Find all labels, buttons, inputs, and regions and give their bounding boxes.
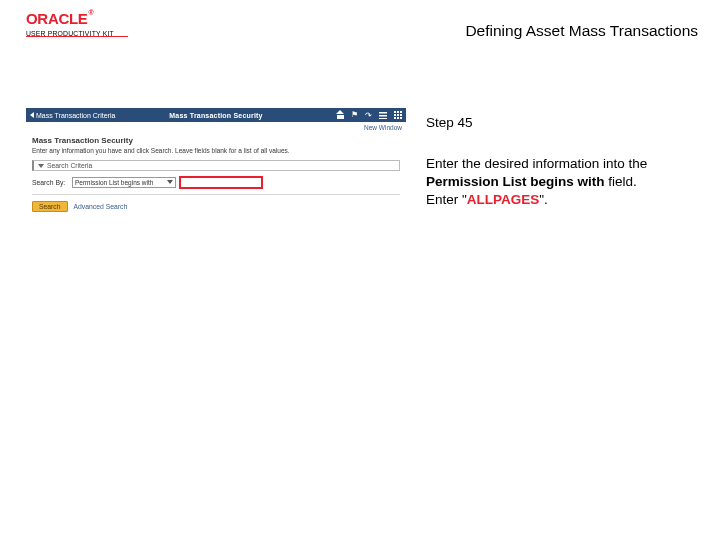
chevron-down-icon	[38, 164, 44, 168]
step-label: Step 45	[426, 115, 473, 130]
oracle-logo: ORACLE® USER PRODUCTIVITY KIT	[26, 10, 114, 37]
logo-divider	[26, 36, 128, 37]
home-icon[interactable]	[337, 112, 344, 119]
arrow-icon[interactable]: ↷	[365, 111, 372, 120]
instruction-text: Enter the desired information into the P…	[426, 155, 700, 210]
app-header: Mass Transaction Criteria Mass Transacti…	[26, 108, 406, 122]
entry-value: ALLPAGES	[467, 192, 540, 207]
chevron-left-icon	[30, 112, 34, 118]
advanced-search-link[interactable]: Advanced Search	[74, 203, 128, 210]
flag-icon[interactable]: ⚑	[351, 111, 358, 119]
help-text: Enter any information you have and click…	[32, 147, 400, 154]
search-criteria-header[interactable]: Search Criteria	[32, 160, 400, 171]
document-title: Defining Asset Mass Transactions	[465, 22, 698, 40]
search-button[interactable]: Search	[32, 201, 68, 212]
embedded-screenshot: Mass Transaction Criteria Mass Transacti…	[26, 108, 406, 528]
new-window-link[interactable]: New Window	[26, 122, 406, 134]
search-by-label: Search By:	[32, 179, 68, 186]
oracle-wordmark: ORACLE®	[26, 10, 92, 27]
permission-list-input[interactable]	[180, 177, 262, 188]
app-title: Mass Transaction Security	[169, 112, 262, 119]
back-label: Mass Transaction Criteria	[36, 112, 115, 119]
page-heading: Mass Transaction Security	[32, 136, 400, 145]
back-button[interactable]: Mass Transaction Criteria	[26, 112, 121, 119]
header-icons: ⚑ ↷	[337, 108, 402, 122]
divider	[32, 194, 400, 195]
grid-icon[interactable]	[394, 111, 402, 119]
search-by-select[interactable]: Permission List begins with	[72, 177, 176, 188]
menu-icon[interactable]	[379, 112, 387, 119]
